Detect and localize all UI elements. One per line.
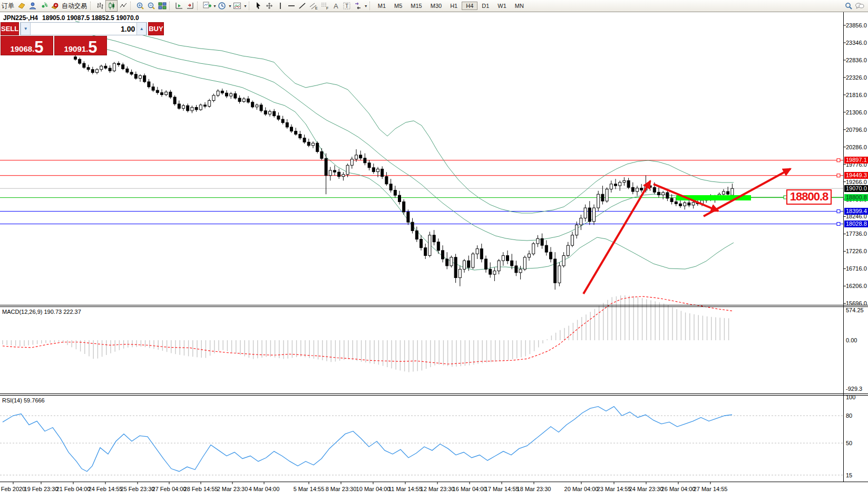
order-button[interactable]: 订单 bbox=[0, 2, 16, 11]
macd-indicator-label: MACD(12,26,9) 190.73 222.37 bbox=[2, 309, 81, 315]
autotrade-button[interactable]: 自动交易 bbox=[60, 2, 89, 11]
volume-increase-button[interactable]: ▲ bbox=[136, 23, 147, 35]
hline-price-tag[interactable]: 19897.1 bbox=[844, 157, 868, 164]
toolbar-grip bbox=[369, 2, 372, 10]
timeframe-button-d1[interactable]: D1 bbox=[477, 2, 493, 10]
trendline-tool-icon[interactable] bbox=[297, 1, 308, 11]
zoom-out-icon[interactable] bbox=[145, 1, 157, 11]
arrows-tool-icon[interactable] bbox=[353, 1, 364, 11]
signal-icon[interactable] bbox=[38, 1, 49, 11]
channel-tool-icon[interactable]: E bbox=[308, 1, 319, 11]
price-tick-label: 20796.0 bbox=[846, 127, 867, 133]
crosshair-tool-icon[interactable] bbox=[264, 1, 275, 11]
date-label: 21 Feb 04:00 bbox=[56, 486, 91, 492]
cursor-tool-icon[interactable] bbox=[253, 1, 264, 11]
hline-price-tag[interactable]: 18800.8 bbox=[844, 194, 868, 201]
volume-input[interactable] bbox=[31, 23, 136, 35]
tile-windows-icon[interactable] bbox=[157, 1, 168, 11]
timeframe-button-m30[interactable]: M30 bbox=[426, 2, 446, 10]
line-chart-type-icon[interactable] bbox=[118, 1, 129, 11]
comments-icon[interactable] bbox=[854, 1, 865, 11]
timeframe-button-m5[interactable]: M5 bbox=[390, 2, 406, 10]
date-label: 27 Mar 14:55 bbox=[694, 486, 728, 492]
chevron-down-icon[interactable]: ▼ bbox=[364, 4, 368, 8]
hline-price-tag[interactable]: 18028.8 bbox=[844, 220, 868, 227]
text-label-tool-icon[interactable]: T bbox=[342, 1, 353, 11]
zoom-in-icon[interactable] bbox=[134, 1, 145, 11]
accounts-icon[interactable] bbox=[27, 1, 38, 11]
date-label: 4 Mar 04:00 bbox=[249, 486, 280, 492]
buy-price-big-digit: 5 bbox=[88, 41, 97, 54]
date-label: 20 Mar 04:00 bbox=[564, 486, 599, 492]
periods-clock-icon[interactable] bbox=[217, 1, 228, 11]
buy-button[interactable]: BUY bbox=[148, 22, 163, 35]
date-label: 24 Mar 23:30 bbox=[629, 486, 664, 492]
new-order-icon[interactable] bbox=[16, 1, 27, 11]
price-tick-label: 21306.0 bbox=[846, 109, 867, 116]
price-tick-label: 21816.0 bbox=[846, 92, 867, 98]
rsi-axis-label: 50 bbox=[846, 440, 852, 446]
hline-price-tag[interactable]: 19070.0 bbox=[844, 185, 868, 192]
date-label: 25 Feb 23:30 bbox=[121, 486, 155, 492]
price-tick-label: 16716.0 bbox=[846, 265, 867, 272]
hline-price-tag[interactable]: 19449.3 bbox=[844, 172, 868, 179]
timeframe-group: M1M5M15M30H1H4D1W1MN bbox=[374, 2, 528, 10]
sell-price-box[interactable]: 19068.5 bbox=[1, 36, 53, 55]
templates-icon[interactable] bbox=[232, 1, 243, 11]
chevron-down-icon[interactable]: ▼ bbox=[213, 4, 217, 8]
volume-decrease-button[interactable]: ▼ bbox=[21, 23, 31, 35]
date-label: 10 Mar 04:00 bbox=[356, 486, 391, 492]
date-label: 27 Feb 04:00 bbox=[152, 486, 187, 492]
chart-canvas[interactable] bbox=[0, 0, 868, 499]
candlestick-chart-type-icon[interactable] bbox=[105, 0, 118, 12]
date-label: 17 Mar 14:55 bbox=[485, 486, 519, 492]
auto-scroll-icon[interactable] bbox=[173, 1, 184, 11]
date-label: 28 Feb 14:55 bbox=[184, 486, 218, 492]
date-label: 18 Mar 23:30 bbox=[517, 486, 551, 492]
macd-name: MACD(12,26,9) bbox=[2, 309, 42, 315]
search-icon[interactable] bbox=[843, 1, 854, 11]
timeframe-button-w1[interactable]: W1 bbox=[493, 2, 511, 10]
timeframe-button-mn[interactable]: MN bbox=[511, 2, 528, 10]
price-tick-label: 23856.0 bbox=[846, 22, 867, 28]
price-tick-label: 23346.0 bbox=[846, 40, 867, 46]
hline-price-tag[interactable]: 18399.4 bbox=[844, 208, 868, 215]
rsi-axis-label: 15 bbox=[846, 472, 852, 478]
mt4-window: 订单 自动交易 ▼ ▼ ▼ E F A T ▼ M bbox=[0, 0, 868, 499]
timeframe-button-m15[interactable]: M15 bbox=[406, 2, 426, 10]
date-label: 24 Feb 14:55 bbox=[89, 486, 123, 492]
macd-axis-label: 574.25 bbox=[846, 307, 864, 313]
chart-symbol-timeframe: JPN225-,H4 bbox=[3, 14, 38, 22]
volume-stepper: ▼ ▲ bbox=[20, 22, 147, 35]
toolbar-grip bbox=[197, 2, 200, 10]
timeframe-button-h4[interactable]: H4 bbox=[462, 2, 477, 10]
price-tick-label: 17736.0 bbox=[846, 231, 867, 237]
toolbar-grip bbox=[249, 2, 251, 10]
fibonacci-tool-icon[interactable]: F bbox=[319, 1, 330, 11]
horizontal-line-tool-icon[interactable] bbox=[286, 1, 297, 11]
chart-title: JPN225-,H418905.0 19087.5 18852.5 19070.… bbox=[3, 14, 139, 22]
price-tick-label: 19266.0 bbox=[846, 179, 867, 185]
buy-price: 19091. bbox=[64, 44, 88, 54]
chevron-down-icon[interactable]: ▼ bbox=[228, 4, 232, 8]
buy-price-box[interactable]: 19091.5 bbox=[54, 36, 107, 55]
svg-text:T: T bbox=[345, 3, 348, 9]
chevron-down-icon[interactable]: ▼ bbox=[243, 4, 247, 8]
price-alert-tag[interactable]: 18800.8 bbox=[786, 189, 832, 205]
rsi-indicator-label: RSI(14) 59.7666 bbox=[2, 397, 45, 404]
autotrade-icon[interactable] bbox=[49, 1, 60, 11]
sell-button[interactable]: SELL bbox=[1, 22, 19, 35]
add-indicator-icon[interactable] bbox=[201, 1, 212, 11]
text-tool-icon[interactable]: A bbox=[330, 1, 342, 11]
timeframe-button-m1[interactable]: M1 bbox=[374, 2, 390, 10]
toolbar-grip bbox=[90, 2, 93, 10]
vertical-line-tool-icon[interactable] bbox=[275, 1, 286, 11]
macd-values: 190.73 222.37 bbox=[44, 309, 81, 315]
main-toolbar: 订单 自动交易 ▼ ▼ ▼ E F A T ▼ M bbox=[0, 0, 868, 12]
rsi-value: 59.7666 bbox=[24, 397, 45, 404]
chart-shift-icon[interactable] bbox=[184, 1, 196, 11]
bar-chart-type-icon[interactable] bbox=[94, 1, 105, 11]
date-label: 23 Mar 14:55 bbox=[597, 486, 631, 492]
price-tick-label: 16206.0 bbox=[846, 283, 867, 289]
timeframe-button-h1[interactable]: H1 bbox=[446, 2, 462, 10]
